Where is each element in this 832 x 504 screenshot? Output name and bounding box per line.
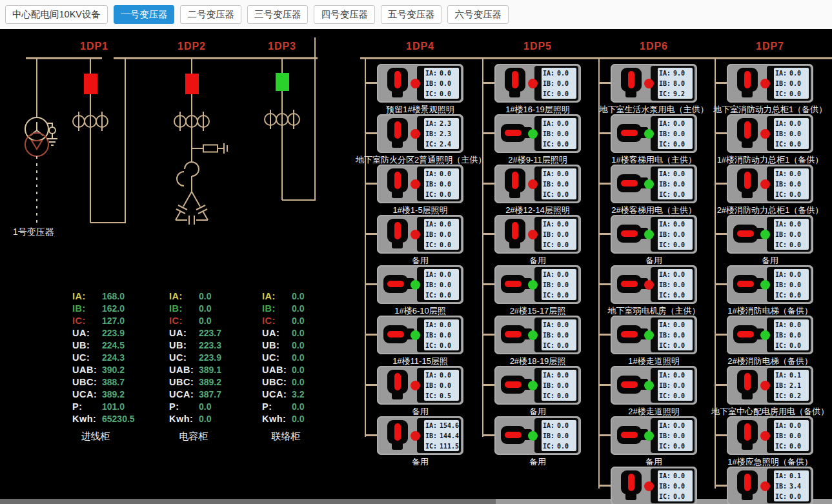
breaker-icon: [733, 470, 763, 502]
measurement-value: 0.0: [199, 303, 211, 314]
ic-value: 0.0: [557, 139, 569, 150]
measurement-label: UA:: [262, 328, 292, 338]
measurement-label: Kwh:: [262, 414, 292, 424]
feeder-device-panel[interactable]: IA:0.0 IB:0.0 IC:0.0: [611, 316, 697, 354]
horizontal-scrollbar[interactable]: [0, 499, 832, 504]
scrollbar-thumb[interactable]: [0, 499, 496, 504]
ia-value: 0.0: [789, 219, 801, 230]
ic-value: 0.0: [673, 290, 685, 301]
ic-value: 0.0: [789, 290, 801, 301]
ib-value: 0.0: [789, 179, 801, 190]
feeder-device-panel[interactable]: IA:0.0 IB:0.0 IC:0.0: [494, 64, 581, 103]
feeder-device-panel[interactable]: IA:0.0 IB:0.0 IC:0.0: [611, 165, 697, 203]
feeder-device-panel[interactable]: IA:0.0 IB:0.0 IC:0.0: [611, 215, 697, 254]
breaker-icon: [733, 218, 763, 250]
current-display: IA:0.0 IB:0.0 IC:0.0: [767, 318, 811, 352]
feeder-device-panel[interactable]: IA:0.0 IB:0.0 IC:0.0: [611, 114, 697, 153]
measurement-row: UBC: 388.7: [72, 376, 169, 388]
feeder-device-panel[interactable]: IA:0.0 IB:0.0 IC:0.0: [494, 215, 581, 254]
feeder-device-panel[interactable]: IA:0.0 IB:0.0 IC:0.0: [727, 265, 813, 304]
feeder-device-panel[interactable]: IA:0.1 IB:3.4 IC:0.0: [727, 467, 813, 504]
current-display: IA:0.0 IB:0.0 IC:0.0: [534, 418, 578, 453]
measurement-value: 0.0: [292, 340, 304, 350]
ib-value: 0.0: [673, 179, 685, 190]
status-dot: [760, 230, 770, 239]
feeder-device-panel[interactable]: IA:0.0 IB:0.0 IC:0.0: [611, 467, 697, 504]
feeder-device-panel[interactable]: IA:0.0 IB:0.0 IC:0.0: [611, 416, 697, 455]
status-dot: [528, 381, 538, 390]
feeder-device-panel[interactable]: IA:0.0 IB:0.0 IC:0.0: [727, 64, 813, 103]
breaker-icon: [617, 470, 647, 502]
tab-6[interactable]: 五号变压器: [381, 5, 442, 24]
measurement-row: UCA: 3.2: [262, 388, 359, 400]
feeder-device-panel[interactable]: IA:0.0 IB:0.0 IC:0.0: [727, 316, 813, 354]
feeder-device-panel[interactable]: IA:0.0 IB:0.0 IC:0.0: [494, 366, 581, 405]
breaker-icon: [733, 168, 763, 200]
tab-1[interactable]: 中心配电间10KV设备: [5, 5, 108, 24]
measurement-value: 390.2: [102, 365, 125, 375]
ic-value: 0.0: [673, 441, 685, 452]
breaker-icon: [383, 369, 413, 401]
feeder-device-panel[interactable]: IA:0.0 IB:0.0 IC:0.0: [727, 165, 813, 203]
feeder-device-panel[interactable]: IA:0.0 IB:0.0 IC:0.0: [494, 416, 581, 455]
tab-3[interactable]: 二号变压器: [180, 5, 241, 24]
ia-value: 2.3: [440, 119, 451, 129]
measurement-row: UB: 0.0: [262, 339, 359, 351]
tab-5[interactable]: 四号变压器: [314, 5, 375, 24]
breaker-icon: [733, 369, 763, 401]
tab-7[interactable]: 六号变压器: [447, 5, 509, 24]
measurement-value: 101.0: [102, 401, 125, 412]
ic-value: 2.4: [440, 139, 451, 150]
measurement-row: P: 0.0: [169, 400, 266, 412]
ib-value: 0.0: [789, 129, 801, 139]
feeder-device-panel[interactable]: IA:0.0 IB:0.0 IC:0.0: [727, 114, 813, 153]
ic-value: 0.0: [557, 89, 569, 99]
section-label-1dp6: 1DP6: [615, 41, 693, 52]
feeder-device-panel[interactable]: IA:0.0 IB:0.0 IC:0.0: [494, 165, 581, 203]
tab-4[interactable]: 三号变压器: [247, 5, 309, 24]
ia-value: 0.0: [673, 270, 685, 280]
current-display: IA:0.1 IB:2.1 IC:0.2: [767, 368, 811, 403]
breaker-icon: [501, 419, 531, 452]
feeder-device-panel[interactable]: IA:0.0 IB:0.0 IC:0.0: [494, 114, 581, 153]
feeder-device-panel[interactable]: IA:0.0 IB:0.0 IC:0.0: [611, 265, 697, 304]
status-dot: [760, 179, 770, 189]
feeder-device-panel[interactable]: IA:0.0 IB:0.0 IC:0.0: [377, 64, 463, 103]
feeder-device-panel[interactable]: IA:0.1 IB:2.1 IC:0.2: [727, 366, 813, 405]
feeder-device-panel[interactable]: IA:0.0 IB:0.0 IC:0.0: [494, 265, 581, 304]
breaker-icon: [617, 369, 647, 401]
measurement-label: UC:: [72, 352, 102, 363]
breaker-icon: [383, 218, 413, 250]
breaker-icon: [617, 268, 647, 301]
feeder-device-panel[interactable]: IA:9.0 IB:8.0 IC:9.2: [611, 64, 697, 103]
feeder-device-panel[interactable]: IA:2.3 IB:2.3 IC:2.4: [377, 114, 463, 153]
ib-value: 0.0: [789, 280, 801, 290]
status-dot: [528, 79, 538, 88]
measurement-value: 168.0: [102, 291, 125, 301]
ia-value: 0.0: [440, 219, 451, 230]
ia-value: 0.0: [789, 169, 801, 179]
section-label-1dp2: 1DP2: [153, 41, 230, 52]
feeder-device-panel[interactable]: IA:0.0 IB:0.0 IC:0.5: [377, 366, 463, 405]
feeder-device-panel[interactable]: IA:0.0 IB:0.0 IC:0.0: [494, 316, 581, 354]
measurement-label: IB:: [262, 303, 292, 314]
tab-2[interactable]: 一号变压器: [114, 5, 175, 24]
measurement-row: Kwh: 0.0: [169, 412, 266, 425]
ib-value: 3.4: [789, 481, 801, 492]
ib-value: 0.0: [557, 280, 569, 290]
measurement-label: P:: [169, 401, 199, 412]
ib-value: 0.0: [440, 280, 451, 290]
feeder-device-panel[interactable]: IA:154.6 IB:144.4 IC:111.5: [377, 416, 463, 455]
feeder-device-panel[interactable]: IA:0.0 IB:0.0 IC:0.0: [377, 316, 463, 354]
measurement-row: IA: 168.0: [72, 290, 169, 302]
feeder-device-panel[interactable]: IA:0.0 IB:0.0 IC:0.0: [727, 416, 813, 455]
feeder-device-panel[interactable]: IA:0.0 IB:0.0 IC:0.0: [611, 366, 697, 405]
feeder-device-panel[interactable]: IA:0.0 IB:0.0 IC:0.0: [377, 215, 463, 254]
measurements-1: IA: 168.0 IB: 162.0 IC: 127.0 UA: 223.9 …: [72, 290, 169, 425]
feeder-device-panel[interactable]: IA:0.0 IB:0.0 IC:0.0: [727, 215, 813, 254]
feeder-device-panel[interactable]: IA:0.0 IB:0.0 IC:0.0: [377, 265, 463, 304]
tab-bar: 中心配电间10KV设备一号变压器二号变压器三号变压器四号变压器五号变压器六号变压…: [0, 0, 832, 29]
feeder-device-panel[interactable]: IA:0.0 IB:0.0 IC:0.0: [377, 165, 463, 203]
section-label-1dp5: 1DP5: [499, 41, 576, 52]
ia-value: 0.0: [557, 219, 569, 230]
